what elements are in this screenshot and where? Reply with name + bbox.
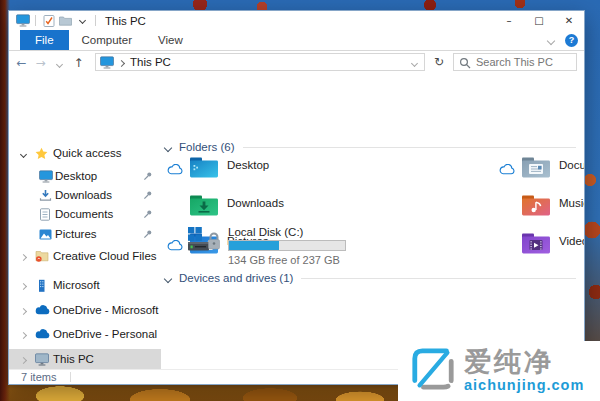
- maximize-button[interactable]: □: [524, 11, 554, 30]
- recent-locations-chevron[interactable]: [50, 56, 69, 70]
- window-controls: – □ ✕: [494, 11, 584, 30]
- folder-tile-desktop[interactable]: Desktop: [163, 154, 335, 186]
- file-explorer-window: This PC – □ ✕ File Computer View ? ← → ↑…: [8, 10, 585, 385]
- search-box: [453, 53, 577, 71]
- ribbon-tab-row: File Computer View ?: [9, 30, 584, 51]
- creative-cloud-icon: [35, 250, 49, 262]
- files-pane: Folders (6) DesktopDocumentsDownloadsMus…: [161, 73, 584, 370]
- breadcrumb-location[interactable]: This PC: [130, 56, 171, 68]
- drive-label: Local Disk (C:): [228, 226, 303, 238]
- tab-file[interactable]: File: [20, 30, 69, 50]
- sidebar-item-onedrive-personal[interactable]: OneDrive - Personal: [9, 324, 161, 344]
- back-button[interactable]: ←: [12, 56, 31, 70]
- new-folder-button[interactable]: [57, 13, 73, 29]
- window-title: This PC: [105, 15, 146, 27]
- group-header-devices[interactable]: Devices and drives (1): [161, 270, 576, 286]
- group-header-folders[interactable]: Folders (6): [161, 139, 576, 155]
- this-pc-icon: [35, 353, 49, 366]
- address-bar: ← → ↑ This PC ↻: [9, 51, 584, 75]
- cloud-sync-status-icon: [499, 164, 515, 175]
- breadcrumb[interactable]: This PC: [95, 53, 425, 71]
- this-pc-icon: [100, 56, 114, 69]
- help-button[interactable]: ?: [565, 34, 578, 47]
- forward-button[interactable]: →: [31, 56, 50, 70]
- drive-capacity-bar: [228, 240, 346, 251]
- expand-ribbon-chevron[interactable]: [548, 33, 554, 47]
- expander-chevron-icon[interactable]: [21, 303, 26, 317]
- minimize-button[interactable]: –: [494, 11, 524, 30]
- pictures-icon: [39, 229, 52, 240]
- collapse-group-chevron[interactable]: [165, 271, 171, 285]
- music-folder-icon: [521, 193, 551, 217]
- downloads-icon: [39, 189, 52, 202]
- items-count: 7 items: [21, 371, 56, 383]
- tab-view[interactable]: View: [145, 30, 196, 50]
- desktop-wallpaper: { "window": { "title_bar": { "title": "T…: [0, 0, 600, 401]
- sidebar-item-pictures[interactable]: Pictures: [9, 224, 161, 244]
- pin-icon: [143, 209, 153, 219]
- sidebar-item-creative-cloud-files[interactable]: Creative Cloud Files: [9, 246, 161, 266]
- sidebar-item-downloads[interactable]: Downloads: [9, 185, 161, 205]
- watermark-site: aichunjing.com: [464, 378, 584, 393]
- drive-free-space: 134 GB free of 237 GB: [228, 254, 340, 266]
- watermark-logo: 爱纯净 aichunjing.com: [398, 341, 600, 401]
- collapse-group-chevron[interactable]: [165, 140, 171, 154]
- cloud-sync-status-icon: [167, 164, 183, 175]
- close-button[interactable]: ✕: [554, 11, 584, 30]
- sidebar-item-desktop[interactable]: Desktop: [9, 166, 161, 186]
- watermark-name: 爱纯净: [464, 349, 584, 376]
- star-icon: [35, 147, 48, 160]
- local-disk-icon: [186, 226, 220, 257]
- separator: [35, 15, 36, 26]
- content-area: Quick accessDesktopDownloadsDocumentsPic…: [9, 73, 584, 370]
- downloads-folder-icon: [189, 193, 219, 217]
- address-dropdown-chevron[interactable]: [412, 55, 417, 69]
- folder-tile-documents[interactable]: Documents: [495, 154, 584, 186]
- aichunjing-logo-icon: [410, 346, 456, 396]
- qat-dropdown-chevron[interactable]: [74, 13, 90, 29]
- videos-folder-icon: [521, 231, 551, 255]
- up-button[interactable]: ↑: [69, 56, 88, 70]
- expander-chevron-icon[interactable]: [21, 352, 26, 366]
- separator: [95, 15, 96, 26]
- desktop-folder-icon: [189, 155, 219, 179]
- refresh-button[interactable]: ↻: [429, 53, 449, 71]
- sidebar-item-onedrive-microsoft[interactable]: OneDrive - Microsoft: [9, 300, 161, 320]
- expander-chevron-icon[interactable]: [21, 249, 26, 263]
- sidebar-item-this-pc[interactable]: This PC: [9, 349, 161, 369]
- expander-chevron-icon[interactable]: [21, 327, 26, 341]
- this-pc-icon: [16, 14, 30, 27]
- onedrive-icon: [35, 305, 50, 315]
- sidebar-item-microsoft[interactable]: Microsoft: [9, 275, 161, 295]
- microsoft-icon: [35, 279, 48, 292]
- desktop-icon: [39, 170, 53, 183]
- onedrive-icon: [35, 329, 50, 339]
- folder-tile-videos[interactable]: Videos: [495, 230, 584, 262]
- pin-icon: [143, 229, 153, 239]
- documents-folder-icon: [521, 155, 551, 179]
- title-bar: This PC – □ ✕: [9, 11, 584, 30]
- sidebar-item-quick-access[interactable]: Quick access: [9, 143, 161, 163]
- folder-tile-music[interactable]: Music: [495, 192, 584, 224]
- tab-computer[interactable]: Computer: [69, 30, 146, 50]
- expander-chevron-icon[interactable]: [21, 278, 26, 292]
- separator: [70, 372, 71, 382]
- documents-icon: [39, 208, 51, 221]
- pin-icon: [143, 171, 153, 181]
- properties-button[interactable]: [41, 13, 57, 29]
- drive-tile-local-disk-c[interactable]: Local Disk (C:) 134 GB free of 237 GB: [180, 224, 410, 266]
- pin-icon: [143, 190, 153, 200]
- folder-tile-downloads[interactable]: Downloads: [163, 192, 335, 224]
- search-input[interactable]: [454, 54, 576, 70]
- navigation-pane: Quick accessDesktopDownloadsDocumentsPic…: [9, 73, 161, 370]
- expander-chevron-icon[interactable]: [21, 146, 26, 160]
- sidebar-item-documents[interactable]: Documents: [9, 204, 161, 224]
